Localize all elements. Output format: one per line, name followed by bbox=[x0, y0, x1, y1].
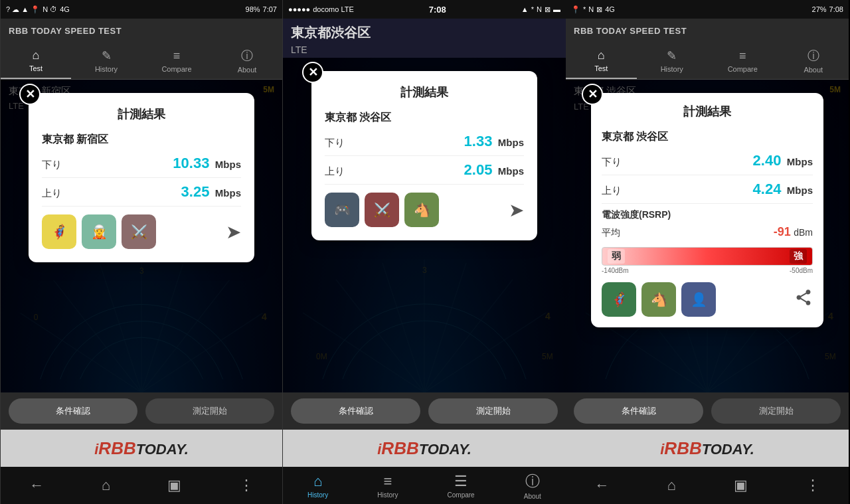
nav-about-label-2: About bbox=[524, 493, 541, 500]
confirm-button-1[interactable]: 条件確認 bbox=[9, 398, 137, 424]
nav-menu-3[interactable]: ⋮ bbox=[806, 477, 820, 494]
signal-weak-label-3: 弱 bbox=[608, 249, 625, 264]
modal-location-3: 東京都 渋谷区 bbox=[602, 130, 813, 144]
nav-back-3[interactable]: ← bbox=[594, 477, 609, 494]
start-button-1[interactable]: 測定開始 bbox=[145, 398, 274, 424]
modal-close-1[interactable]: ✕ bbox=[19, 84, 41, 105]
tab-about-3[interactable]: ⓘ About bbox=[778, 42, 849, 79]
modal-close-3[interactable]: ✕ bbox=[582, 84, 603, 105]
nav-home-3[interactable]: ⌂ bbox=[667, 477, 675, 494]
tab-about-1[interactable]: ⓘ About bbox=[212, 42, 282, 79]
phone-panel-1: ? ☁ ▲ 📍 N ⏱ 4G 98% 7:07 RBB TODAY SPEED … bbox=[0, 0, 283, 504]
share-button-3[interactable] bbox=[794, 288, 813, 311]
modal-title-1: 計測結果 bbox=[42, 106, 241, 122]
nav-about-2[interactable]: ⓘ About bbox=[524, 471, 541, 500]
confirm-button-3[interactable]: 条件確認 bbox=[574, 398, 703, 424]
modal-download-label-2: 下り bbox=[325, 137, 345, 149]
location-text-2: 東京都渋谷区 bbox=[291, 24, 558, 42]
signal-bar-3: 弱 強 bbox=[602, 247, 813, 266]
nav-test-icon-2: ⌂ bbox=[313, 473, 322, 490]
tab-compare-label-3: Compare bbox=[728, 65, 758, 73]
signal-icon-1: N ⏱ bbox=[42, 5, 57, 13]
tab-history-1[interactable]: ✎ History bbox=[71, 42, 141, 79]
nav-back-1[interactable]: ← bbox=[29, 477, 44, 494]
share-button-1[interactable]: ➤ bbox=[226, 221, 241, 243]
status-right-1: 98% 7:07 bbox=[246, 5, 277, 13]
bottom-buttons-2: 条件確認 測定開始 bbox=[283, 392, 566, 430]
app-icon-3a[interactable]: 🦸 bbox=[602, 282, 636, 317]
app-icon-1c[interactable]: ⚔️ bbox=[122, 214, 156, 249]
modal-close-2[interactable]: ✕ bbox=[302, 62, 323, 83]
app-icon-1b[interactable]: 🧝 bbox=[82, 214, 116, 249]
app-icon-2b[interactable]: ⚔️ bbox=[365, 193, 399, 227]
modal-apps-1: 🦸 🧝 ⚔️ ➤ bbox=[42, 214, 241, 249]
modal-upload-row-2: 上り 2.05 Mbps bbox=[325, 161, 524, 185]
modal-overlay-2: ✕ 計測結果 東京都 渋谷区 下り 1.33 Mbps 上り 2.05 Mbps bbox=[283, 58, 566, 392]
modal-upload-row-3: 上り 4.24 Mbps bbox=[602, 181, 813, 204]
app-icon-3c[interactable]: 👤 bbox=[681, 282, 716, 317]
app-icon-3b[interactable]: 🐴 bbox=[641, 282, 676, 317]
modal-location-1: 東京都 新宿区 bbox=[42, 133, 241, 147]
nav-menu-1[interactable]: ⋮ bbox=[239, 477, 254, 494]
bottom-buttons-3: 条件確認 測定開始 bbox=[566, 392, 849, 430]
battery-3: 27% bbox=[812, 5, 827, 13]
start-button-2[interactable]: 測定開始 bbox=[428, 398, 558, 424]
nav-recent-1[interactable]: ▣ bbox=[167, 477, 181, 494]
confirm-button-2[interactable]: 条件確認 bbox=[291, 398, 420, 424]
app-icon-2a[interactable]: 🎮 bbox=[325, 193, 359, 227]
tab-history-icon-1: ✎ bbox=[102, 48, 112, 63]
rbb-banner-3: iRBBTODAY. bbox=[566, 430, 849, 467]
app-icon-1a[interactable]: 🦸 bbox=[42, 214, 76, 249]
signal-max-db-3: -50dBm bbox=[790, 267, 813, 274]
rbb-logo-1: iRBBTODAY. bbox=[94, 438, 189, 459]
battery-icon-2: ▬ bbox=[553, 5, 560, 13]
signal-avg-label-3: 平均 bbox=[602, 227, 620, 239]
modal-upload-row-1: 上り 3.25 Mbps bbox=[42, 183, 241, 207]
tab-history-3[interactable]: ✎ History bbox=[637, 42, 708, 79]
modal-upload-unit-2: Mbps bbox=[498, 165, 524, 177]
battery-1: 98% bbox=[246, 5, 260, 13]
network-type-status-1: 4G bbox=[60, 5, 70, 13]
tab-test-3[interactable]: ⌂ Test bbox=[566, 42, 637, 79]
main-content-3: 東京都 渋谷区 5M LTE ((·)) 4 5M ✕ bbox=[566, 80, 849, 392]
share-button-2[interactable]: ➤ bbox=[509, 199, 524, 221]
network-type-2: LTE bbox=[291, 44, 558, 55]
app-icon-2c[interactable]: 🐴 bbox=[404, 193, 439, 227]
modal-upload-value-1: 3.25 bbox=[181, 183, 210, 200]
tab-test-1[interactable]: ⌂ Test bbox=[1, 42, 71, 79]
start-button-3[interactable]: 測定開始 bbox=[711, 398, 841, 424]
app-header-3: RBB TODAY SPEED TEST bbox=[566, 19, 849, 42]
time-1: 7:07 bbox=[263, 5, 277, 13]
nav-test-2[interactable]: ⌂ History bbox=[307, 473, 328, 499]
bluetooth-icon-2: * bbox=[531, 5, 534, 13]
nav-compare-icon-2: ☰ bbox=[454, 473, 468, 490]
nav-home-1[interactable]: ⌂ bbox=[102, 477, 110, 494]
tab-test-icon-1: ⌂ bbox=[33, 48, 40, 62]
tab-compare-3[interactable]: ≡ Compare bbox=[707, 42, 778, 79]
carrier-2: docomo LTE bbox=[313, 5, 354, 13]
signal-min-db-3: -140dBm bbox=[602, 267, 629, 274]
tab-about-label-1: About bbox=[238, 66, 257, 74]
signal-dots-2: ●●●●● bbox=[288, 5, 310, 13]
panel2-top: 東京都渋谷区 LTE bbox=[283, 19, 566, 58]
nav-test-label-2: History bbox=[307, 491, 328, 499]
modal-download-row-2: 下り 1.33 Mbps bbox=[325, 133, 524, 156]
signal-avg-row-3: 平均 -91 dBm bbox=[602, 225, 813, 239]
modal-upload-unit-3: Mbps bbox=[787, 185, 813, 196]
tab-test-label-3: Test bbox=[594, 64, 608, 72]
gps-icon-3: 📍 bbox=[571, 5, 580, 14]
phone-panel-3: 📍 * N ⊠ 4G 27% 7:08 RBB TODAY SPEED TEST… bbox=[566, 0, 849, 504]
modal-download-value-1: 10.33 bbox=[173, 155, 209, 171]
nav-recent-3[interactable]: ▣ bbox=[734, 477, 748, 494]
nav-history-2[interactable]: ≡ History bbox=[377, 473, 398, 499]
tab-bar-1: ⌂ Test ✎ History ≡ Compare ⓘ About bbox=[1, 42, 282, 80]
nav-history-label-2: History bbox=[377, 491, 398, 499]
modal-overlay-1: ✕ 計測結果 東京都 新宿区 下り 10.33 Mbps 上り 3.25 Mbp… bbox=[1, 80, 282, 392]
tab-compare-1[interactable]: ≡ Compare bbox=[141, 42, 212, 79]
status-left-2: ●●●●● docomo LTE bbox=[288, 5, 354, 13]
nav-compare-2[interactable]: ☰ Compare bbox=[448, 473, 475, 499]
modal-2: ✕ 計測結果 東京都 渋谷区 下り 1.33 Mbps 上り 2.05 Mbps bbox=[311, 71, 537, 240]
signal-section-3: 電波強度(RSRP) 平均 -91 dBm 弱 強 bbox=[602, 209, 813, 274]
nav-about-icon-2: ⓘ bbox=[525, 471, 540, 491]
status-icons-1: ? ☁ ▲ 📍 bbox=[6, 5, 40, 14]
